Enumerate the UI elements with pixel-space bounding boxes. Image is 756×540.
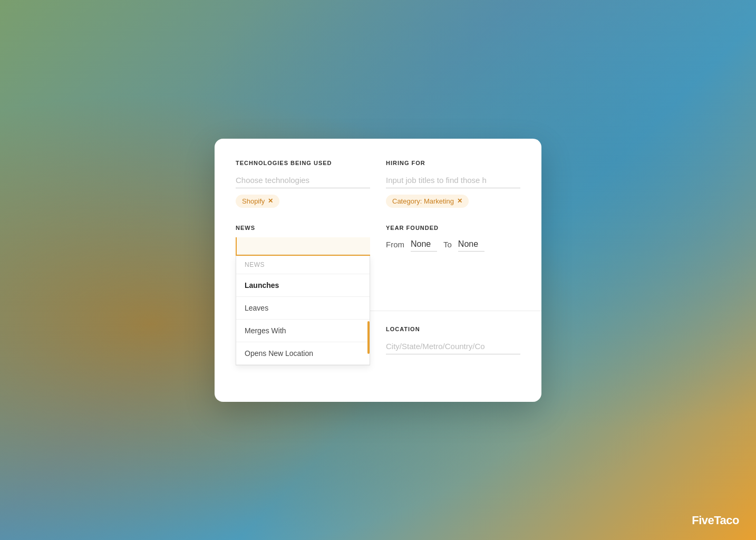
news-dropdown: NEWS Launches Leaves Merges With Opens N… [236, 256, 370, 365]
hiring-tag-text: Category: Marketing [392, 197, 454, 205]
year-founded-label: YEAR FOUNDED [386, 225, 520, 231]
section-divider [365, 311, 541, 311]
brand-watermark: FiveTaco [692, 514, 739, 527]
location-section: LOCATION [386, 326, 520, 354]
from-value[interactable]: None [411, 237, 437, 252]
card-grid: TECHNOLOGIES BEING USED Shopify ✕ NEWS N… [236, 160, 520, 381]
technologies-section: TECHNOLOGIES BEING USED Shopify ✕ [236, 160, 370, 208]
year-row: From None To None [386, 237, 520, 252]
dropdown-item-merges[interactable]: Merges With [236, 320, 370, 342]
to-value[interactable]: None [458, 237, 484, 252]
right-spacer [386, 268, 520, 311]
right-column: HIRING FOR Category: Marketing ✕ YEAR FO… [386, 160, 520, 381]
from-label: From [386, 240, 404, 249]
left-column: TECHNOLOGIES BEING USED Shopify ✕ NEWS N… [236, 160, 370, 381]
hiring-tag-close[interactable]: ✕ [457, 197, 462, 205]
brand-text: FiveTaco [692, 514, 739, 527]
technologies-tag: Shopify ✕ [236, 195, 279, 208]
hiring-tag: Category: Marketing ✕ [386, 195, 469, 208]
technologies-tag-close[interactable]: ✕ [268, 197, 273, 205]
technologies-tag-text: Shopify [242, 197, 265, 205]
dropdown-item-leaves[interactable]: Leaves [236, 297, 370, 320]
dropdown-header: NEWS [236, 256, 370, 274]
location-input[interactable] [386, 339, 520, 354]
technologies-input[interactable] [236, 172, 370, 188]
dropdown-item-launches[interactable]: Launches [236, 274, 370, 297]
hiring-label: HIRING FOR [386, 160, 520, 166]
dropdown-scrollbar [367, 256, 370, 365]
filter-card: TECHNOLOGIES BEING USED Shopify ✕ NEWS N… [215, 139, 541, 402]
hiring-section: HIRING FOR Category: Marketing ✕ [386, 160, 520, 208]
scrollbar-thumb [367, 321, 370, 354]
news-input-wrapper: NEWS Launches Leaves Merges With Opens N… [236, 237, 370, 256]
hiring-input[interactable] [386, 172, 520, 188]
news-label: NEWS [236, 225, 370, 231]
news-input[interactable] [236, 237, 370, 256]
dropdown-item-opens[interactable]: Opens New Location [236, 342, 370, 365]
technologies-label: TECHNOLOGIES BEING USED [236, 160, 370, 166]
news-section: NEWS NEWS Launches Leaves Merges With Op… [236, 225, 370, 364]
year-founded-section: YEAR FOUNDED From None To None [386, 225, 520, 252]
location-label: LOCATION [386, 326, 520, 332]
to-label: To [443, 240, 452, 249]
